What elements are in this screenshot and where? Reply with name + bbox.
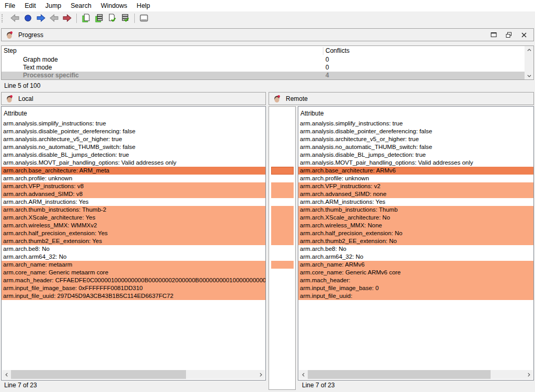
scroll-thumb[interactable] [11, 370, 186, 379]
nav-back-gray-icon[interactable] [9, 13, 21, 24]
attribute-row[interactable]: arm.input_file_uuid: 297D45D9A3CB43B1B5C… [2, 292, 265, 300]
attribute-row[interactable]: arm.input_file_uuid: [298, 292, 533, 300]
local-horizontal-scrollbar[interactable] [2, 370, 265, 379]
attribute-row[interactable]: arm.arch.profile: unknown [2, 175, 265, 182]
steps-vertical-scrollbar[interactable] [525, 46, 533, 79]
attribute-row[interactable]: arm.analysis.disable_pointer_dereferenci… [2, 128, 265, 135]
menu-item[interactable]: Search [66, 0, 96, 11]
menu-item[interactable]: Windows [96, 0, 132, 11]
attribute-row[interactable]: arm.arch.VFP_instructions: v8 [2, 182, 265, 190]
nav-dot-blue-icon[interactable] [22, 13, 34, 24]
diff-map-block [271, 167, 294, 175]
toolbar-grip[interactable] [2, 14, 4, 22]
attribute-row[interactable]: arm.arch.thumb2_EE_extension: Yes [2, 237, 265, 245]
scroll-down-icon[interactable] [525, 72, 533, 79]
import-segments-check-icon[interactable] [119, 13, 131, 24]
restore-button[interactable] [501, 29, 516, 41]
step-name: Text mode [23, 64, 52, 72]
import-document-check-icon[interactable] [106, 13, 118, 24]
step-column-header[interactable]: Step [4, 47, 17, 54]
remote-titlebar[interactable]: Remote [269, 92, 534, 105]
menu-item[interactable]: Help [132, 0, 155, 11]
attribute-row[interactable]: arm.analysis.architecture_v5_or_higher: … [298, 135, 533, 143]
step-row[interactable]: Processor specific 4 [2, 72, 533, 79]
attribute-row[interactable]: arm.arch.advansed_SIMD: none [298, 190, 533, 198]
attribute-row[interactable]: arm.arch_name: ARMv6 [298, 261, 533, 269]
step-row[interactable]: Graph mode 0 [2, 56, 533, 64]
attribute-row[interactable]: arm.arch.XScale_architecture: Yes [2, 214, 265, 222]
segments-icon [95, 14, 103, 22]
menu-item[interactable]: Edit [20, 0, 41, 11]
scroll-track[interactable] [525, 54, 533, 72]
diff-map-block [271, 206, 294, 245]
local-attribute-header[interactable]: Attribute [2, 107, 265, 120]
attribute-row[interactable]: arm.arch.half_precision_extension: No [298, 229, 533, 237]
document-icon [82, 14, 90, 22]
attribute-row[interactable]: arm.input_file_image_base: 0xFFFFFFF0081… [2, 284, 265, 292]
attribute-row[interactable]: arm.core_name: Generic metaarm core [2, 269, 265, 276]
attribute-row[interactable]: arm.input_file_image_base: 0 [298, 284, 533, 292]
attribute-row[interactable]: arm.mach_header: CFFAEDFE0C0000010000000… [2, 276, 265, 284]
attribute-row[interactable]: arm.arch.half_precision_extension: Yes [2, 229, 265, 237]
attribute-row[interactable]: arm.mach_header: [298, 276, 533, 284]
scroll-right-icon[interactable] [256, 370, 265, 379]
toolbar [0, 11, 535, 25]
attribute-row[interactable]: arm.arch.profile: unknown [298, 175, 533, 182]
attribute-row[interactable]: arm.arch.ARM_instructions: Yes [2, 198, 265, 206]
attribute-row[interactable]: arm.analysis.simplify_instructions: true [298, 120, 533, 128]
attribute-row[interactable]: arm.analysis.no_automatic_THUMB_switch: … [2, 143, 265, 151]
attribute-row[interactable]: arm.arch.thumb2_EE_extension: No [298, 237, 533, 245]
attribute-row[interactable]: arm.arch.arm64_32: No [2, 253, 265, 261]
attribute-row[interactable]: arm.analysis.MOVT_pair_handling_options:… [298, 159, 533, 167]
close-button[interactable] [516, 29, 531, 41]
attribute-row[interactable]: arm.arch.VFP_instructions: v2 [298, 182, 533, 190]
maximize-button[interactable] [486, 29, 501, 41]
progress-titlebar[interactable]: Progress [1, 28, 534, 41]
attribute-row[interactable]: arm.arch.thumb_instructions: Thumb-2 [2, 206, 265, 214]
attribute-row[interactable]: arm.arch.be8: No [2, 245, 265, 253]
arrow-left-icon [10, 14, 19, 22]
scroll-left-icon[interactable] [299, 370, 308, 379]
attribute-row[interactable]: arm.analysis.disable_BL_jumps_detection:… [2, 151, 265, 159]
attribute-row[interactable]: arm.arch.XScale_architecture: No [298, 214, 533, 222]
step-row[interactable]: Text mode 0 [2, 64, 533, 72]
menu-item[interactable]: Jump [41, 0, 66, 11]
conflicts-column-header[interactable]: Conflicts [325, 47, 350, 54]
menu-item[interactable]: File [0, 0, 20, 11]
scroll-up-icon[interactable] [525, 46, 533, 54]
remote-horizontal-scrollbar[interactable] [299, 370, 533, 379]
dot-icon [24, 14, 32, 22]
redo-forward-red-icon[interactable] [61, 13, 73, 24]
undo-back-gray-icon[interactable] [48, 13, 60, 24]
nav-forward-blue-icon[interactable] [35, 13, 47, 24]
attribute-row[interactable]: arm.arch.thumb_instructions: Thumb [298, 206, 533, 214]
attribute-row[interactable]: arm.analysis.MOVT_pair_handling_options:… [2, 159, 265, 167]
attribute-row[interactable]: arm.analysis.disable_BL_jumps_detection:… [298, 151, 533, 159]
attribute-row[interactable]: arm.analysis.no_automatic_THUMB_switch: … [298, 143, 533, 151]
scroll-thumb[interactable] [308, 370, 491, 379]
attribute-row[interactable]: arm.analysis.architecture_v5_or_higher: … [2, 135, 265, 143]
attribute-row[interactable]: arm.core_name: Generic ARMv6 core [298, 269, 533, 276]
attribute-row[interactable]: arm.arch.ARM_instructions: Yes [298, 198, 533, 206]
restore-icon [505, 31, 513, 39]
diaphora-face-icon [5, 95, 14, 103]
remote-attribute-header[interactable]: Attribute [298, 107, 533, 120]
attribute-row[interactable]: arm.arch.advansed_SIMD: v8 [2, 190, 265, 198]
window-icon[interactable] [138, 13, 150, 24]
scroll-left-icon[interactable] [2, 370, 11, 379]
attribute-row[interactable]: arm.arch.base_architecture: ARM_meta [2, 167, 265, 175]
attribute-row[interactable]: arm.arch.base_architecture: ARMv6 [298, 167, 533, 175]
diff-map[interactable] [269, 106, 296, 390]
scroll-right-icon[interactable] [524, 370, 533, 379]
attribute-row[interactable]: arm.arch.wireless_MMX: None [298, 222, 533, 229]
local-titlebar[interactable]: Local [1, 92, 266, 105]
attribute-row[interactable]: arm.arch.wireless_MMX: WMMXv2 [2, 222, 265, 229]
attribute-row[interactable]: arm.arch.arm64_32: No [298, 253, 533, 261]
export-segments-icon[interactable] [93, 13, 105, 24]
document-check-icon [108, 14, 117, 22]
attribute-row[interactable]: arm.arch.be8: No [298, 245, 533, 253]
export-document-icon[interactable] [80, 13, 92, 24]
attribute-row[interactable]: arm.analysis.simplify_instructions: true [2, 120, 265, 128]
attribute-row[interactable]: arm.analysis.disable_pointer_dereferenci… [298, 128, 533, 135]
attribute-row[interactable]: arm.arch_name: metaarm [2, 261, 265, 269]
